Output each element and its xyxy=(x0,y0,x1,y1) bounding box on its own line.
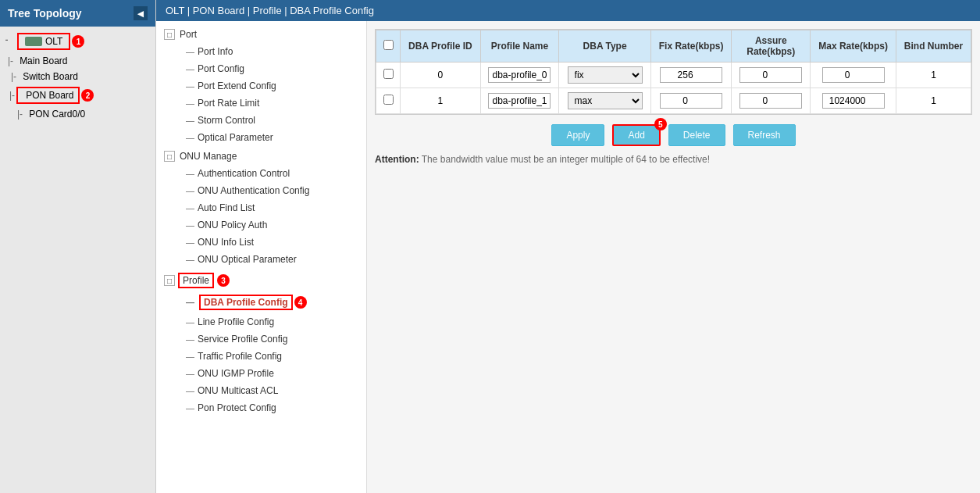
cell-dba-type[interactable]: fixmaxassuremax+assurefix+assure xyxy=(568,66,643,84)
col-profile-name: Profile Name xyxy=(480,30,559,63)
dba-profile-config-box: DBA Profile Config xyxy=(199,295,293,310)
cell-profile-name[interactable] xyxy=(488,67,551,83)
badge-5: 5 xyxy=(654,118,667,130)
nav-line-profile-config[interactable]: —Line Profile Config xyxy=(156,313,366,330)
main-board-prefix: |- xyxy=(8,55,13,66)
nav-optical-parameter[interactable]: —Optical Parameter xyxy=(156,129,366,146)
add-button-wrapper: Add 5 xyxy=(612,124,660,146)
nav-pon-protect-config[interactable]: —Pon Protect Config xyxy=(156,399,366,416)
right-panel: DBA Profile ID Profile Name DBA Type Fix… xyxy=(367,21,980,493)
cell-profile-name[interactable] xyxy=(488,93,551,109)
switch-board-prefix: |- xyxy=(11,71,16,82)
badge-3: 3 xyxy=(217,274,230,287)
nav-onu-policy-auth[interactable]: —ONU Policy Auth xyxy=(156,216,366,234)
cell-assure-rate[interactable] xyxy=(739,93,802,109)
add-button[interactable]: Add xyxy=(612,124,660,146)
col-checkbox xyxy=(376,30,401,63)
pon-card-row[interactable]: |- PON Card0/0 xyxy=(0,106,155,122)
nav-traffic-profile-config[interactable]: —Traffic Profile Config xyxy=(156,348,366,365)
nav-service-profile-config[interactable]: —Service Profile Config xyxy=(156,330,366,348)
sidebar-title: Tree Topology xyxy=(8,7,82,20)
olt-row: ⁃ OLT 1 xyxy=(0,30,155,53)
col-bind-number: Bind Number xyxy=(896,30,971,63)
profile-section-header[interactable]: □ Profile 3 xyxy=(156,270,366,291)
profile-section-box: Profile xyxy=(178,273,214,288)
olt-expand[interactable]: ⁃ xyxy=(5,36,16,47)
col-fix-rate: Fix Rate(kbps) xyxy=(650,30,732,63)
onu-section-header[interactable]: □ ONU Manage xyxy=(156,148,366,165)
dba-table: DBA Profile ID Profile Name DBA Type Fix… xyxy=(376,30,971,114)
cell-bind-number: 1 xyxy=(896,88,971,114)
cell-id: 0 xyxy=(401,63,480,88)
badge-1: 1 xyxy=(72,35,84,48)
nav-auth-control[interactable]: —Authentication Control xyxy=(156,165,366,182)
port-section-header[interactable]: □ Port xyxy=(156,26,366,43)
pon-card-prefix: |- xyxy=(17,109,23,120)
sidebar-collapse-button[interactable]: ◀ xyxy=(134,6,148,20)
sidebar-header: Tree Topology ◀ xyxy=(0,0,155,27)
sidebar: Tree Topology ◀ ⁃ OLT 1 |- Main Board |-… xyxy=(0,0,156,493)
nav-port-rate-limit[interactable]: —Port Rate Limit xyxy=(156,95,366,112)
profile-section-label: Profile xyxy=(183,275,209,286)
onu-section-label: ONU Manage xyxy=(180,151,237,162)
badge-2: 2 xyxy=(81,89,94,102)
refresh-button[interactable]: Refresh xyxy=(733,124,796,146)
left-nav: □ Port —Port Info —Port Config —Port Ext… xyxy=(156,21,367,493)
attention-label: Attention: xyxy=(375,154,419,165)
nav-dba-profile-config[interactable]: — DBA Profile Config 4 xyxy=(156,291,366,313)
nav-onu-info-list[interactable]: —ONU Info List xyxy=(156,234,366,251)
row-checkbox[interactable] xyxy=(383,69,394,79)
apply-button[interactable]: Apply xyxy=(551,124,604,146)
select-all-checkbox[interactable] xyxy=(383,40,394,50)
cell-max-rate[interactable] xyxy=(822,93,885,109)
row-checkbox[interactable] xyxy=(383,95,394,105)
port-section: □ Port —Port Info —Port Config —Port Ext… xyxy=(156,26,366,146)
col-max-rate: Max Rate(kbps) xyxy=(811,30,896,63)
pon-board-label: PON Board xyxy=(26,90,73,101)
onu-manage-section: □ ONU Manage —Authentication Control —ON… xyxy=(156,148,366,268)
action-row: Apply Add 5 Delete Refresh xyxy=(375,124,972,146)
cell-fix-rate[interactable] xyxy=(660,93,722,109)
cell-max-rate[interactable] xyxy=(822,67,885,83)
nav-port-extend-config[interactable]: —Port Extend Config xyxy=(156,77,366,95)
nav-port-info[interactable]: —Port Info xyxy=(156,43,366,60)
attention-text: Attention: The bandwidth value must be a… xyxy=(375,154,972,165)
pon-board-item[interactable]: PON Board xyxy=(16,87,80,104)
main-area: OLT | PON Board | Profile | DBA Profile … xyxy=(156,0,980,493)
nav-onu-auth-config[interactable]: —ONU Authentication Config xyxy=(156,182,366,199)
pon-board-prefix: |- xyxy=(6,90,15,101)
nav-storm-control[interactable]: —Storm Control xyxy=(156,112,366,129)
breadcrumb: OLT | PON Board | Profile | DBA Profile … xyxy=(156,0,980,21)
table-row: 1fixmaxassuremax+assurefix+assure1 xyxy=(376,88,971,114)
col-assure-rate: AssureRate(kbps) xyxy=(732,30,811,63)
port-expand-icon[interactable]: □ xyxy=(164,29,175,40)
cell-id: 1 xyxy=(401,88,480,114)
olt-label: OLT xyxy=(45,36,62,47)
cell-dba-type[interactable]: fixmaxassuremax+assurefix+assure xyxy=(568,92,643,109)
cell-assure-rate[interactable] xyxy=(739,67,802,83)
nav-onu-multicast-acl[interactable]: —ONU Multicast ACL xyxy=(156,382,366,399)
switch-board-label[interactable]: Switch Board xyxy=(23,71,78,82)
profile-expand-icon[interactable]: □ xyxy=(164,275,175,286)
col-id: DBA Profile ID xyxy=(401,30,480,63)
cell-bind-number: 1 xyxy=(896,63,971,88)
nav-onu-igmp-profile[interactable]: —ONU IGMP Profile xyxy=(156,365,366,382)
delete-button[interactable]: Delete xyxy=(668,124,725,146)
profile-section: □ Profile 3 — DBA Profile Config 4 —Line… xyxy=(156,270,366,416)
main-board-label[interactable]: Main Board xyxy=(20,55,67,66)
pon-board-row: |- PON Board 2 xyxy=(0,84,155,106)
nav-auto-find-list[interactable]: —Auto Find List xyxy=(156,199,366,216)
pon-card-label: PON Card0/0 xyxy=(29,109,85,120)
switch-board-row: |- Switch Board xyxy=(0,69,155,84)
nav-port-config[interactable]: —Port Config xyxy=(156,60,366,77)
table-row: 0fixmaxassuremax+assurefix+assure1 xyxy=(376,63,971,88)
badge-4: 4 xyxy=(294,296,307,309)
content-area: □ Port —Port Info —Port Config —Port Ext… xyxy=(156,21,980,493)
onu-expand-icon[interactable]: □ xyxy=(164,151,175,162)
port-section-label: Port xyxy=(180,29,197,40)
cell-fix-rate[interactable] xyxy=(660,67,722,83)
nav-onu-optical-param[interactable]: —ONU Optical Parameter xyxy=(156,251,366,268)
olt-item[interactable]: OLT xyxy=(17,33,70,50)
col-dba-type: DBA Type xyxy=(559,30,650,63)
tree-content: ⁃ OLT 1 |- Main Board |- Switch Board |-… xyxy=(0,27,155,493)
